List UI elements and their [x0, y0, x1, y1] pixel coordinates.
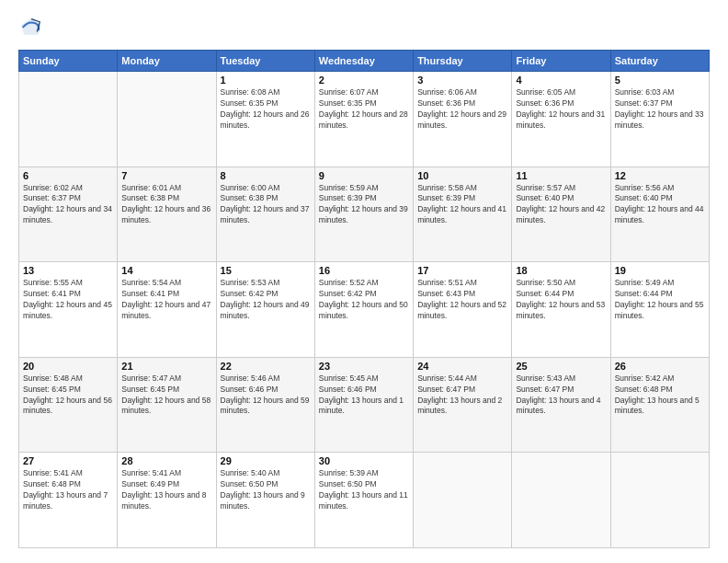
day-info: Sunrise: 6:08 AM Sunset: 6:35 PM Dayligh… [221, 87, 311, 132]
calendar-cell: 4Sunrise: 6:05 AM Sunset: 6:36 PM Daylig… [512, 72, 610, 167]
calendar-cell: 11Sunrise: 5:57 AM Sunset: 6:40 PM Dayli… [512, 167, 610, 262]
calendar-cell: 3Sunrise: 6:06 AM Sunset: 6:36 PM Daylig… [414, 72, 512, 167]
day-info: Sunrise: 5:50 AM Sunset: 6:44 PM Dayligh… [516, 278, 606, 322]
day-info: Sunrise: 5:43 AM Sunset: 6:47 PM Dayligh… [516, 373, 606, 418]
calendar-cell: 2Sunrise: 6:07 AM Sunset: 6:35 PM Daylig… [314, 72, 413, 167]
day-info: Sunrise: 5:52 AM Sunset: 6:42 PM Dayligh… [319, 278, 409, 322]
day-number: 29 [221, 455, 311, 466]
calendar-cell: 22Sunrise: 5:46 AM Sunset: 6:46 PM Dayli… [216, 357, 314, 453]
day-info: Sunrise: 5:39 AM Sunset: 6:50 PM Dayligh… [319, 468, 409, 512]
calendar-cell [19, 72, 118, 167]
day-info: Sunrise: 5:58 AM Sunset: 6:39 PM Dayligh… [417, 183, 507, 227]
day-number: 3 [417, 75, 507, 86]
page: SundayMondayTuesdayWednesdayThursdayFrid… [0, 0, 728, 563]
day-number: 16 [319, 265, 409, 276]
day-info: Sunrise: 5:54 AM Sunset: 6:41 PM Dayligh… [121, 278, 211, 322]
day-info: Sunrise: 6:00 AM Sunset: 6:38 PM Dayligh… [221, 183, 311, 227]
day-number: 2 [319, 75, 409, 86]
day-number: 14 [121, 265, 211, 276]
day-number: 27 [23, 455, 113, 466]
calendar-cell: 7Sunrise: 6:01 AM Sunset: 6:38 PM Daylig… [118, 167, 216, 262]
day-info: Sunrise: 5:55 AM Sunset: 6:41 PM Dayligh… [23, 278, 113, 322]
day-info: Sunrise: 5:41 AM Sunset: 6:48 PM Dayligh… [23, 468, 113, 512]
calendar-cell: 14Sunrise: 5:54 AM Sunset: 6:41 PM Dayli… [118, 262, 216, 358]
day-number: 9 [319, 170, 409, 181]
calendar-cell: 23Sunrise: 5:45 AM Sunset: 6:46 PM Dayli… [314, 357, 413, 453]
day-number: 21 [121, 361, 211, 372]
calendar-week-row: 27Sunrise: 5:41 AM Sunset: 6:48 PM Dayli… [19, 453, 710, 548]
weekday-header: Friday [512, 51, 610, 72]
day-number: 24 [417, 361, 507, 372]
day-info: Sunrise: 5:49 AM Sunset: 6:44 PM Dayligh… [615, 278, 705, 322]
day-number: 28 [121, 455, 211, 466]
day-number: 7 [121, 170, 211, 181]
day-number: 23 [319, 361, 409, 372]
weekday-header: Saturday [610, 51, 709, 72]
calendar-cell: 24Sunrise: 5:44 AM Sunset: 6:47 PM Dayli… [414, 357, 512, 453]
calendar-table: SundayMondayTuesdayWednesdayThursdayFrid… [18, 50, 710, 548]
calendar-header-row: SundayMondayTuesdayWednesdayThursdayFrid… [19, 51, 710, 72]
calendar-cell: 26Sunrise: 5:42 AM Sunset: 6:48 PM Dayli… [610, 357, 709, 453]
day-number: 1 [221, 75, 311, 86]
calendar-cell: 29Sunrise: 5:40 AM Sunset: 6:50 PM Dayli… [216, 453, 314, 548]
calendar-cell: 25Sunrise: 5:43 AM Sunset: 6:47 PM Dayli… [512, 357, 610, 453]
day-info: Sunrise: 6:07 AM Sunset: 6:35 PM Dayligh… [319, 87, 409, 132]
calendar-cell: 30Sunrise: 5:39 AM Sunset: 6:50 PM Dayli… [314, 453, 413, 548]
day-info: Sunrise: 6:03 AM Sunset: 6:37 PM Dayligh… [615, 87, 705, 132]
calendar-cell: 12Sunrise: 5:56 AM Sunset: 6:40 PM Dayli… [610, 167, 709, 262]
day-info: Sunrise: 5:57 AM Sunset: 6:40 PM Dayligh… [516, 183, 606, 227]
calendar-cell [414, 453, 512, 548]
day-number: 11 [516, 170, 606, 181]
day-number: 13 [23, 265, 113, 276]
day-number: 10 [417, 170, 507, 181]
day-number: 4 [516, 75, 606, 86]
logo-icon [18, 15, 44, 40]
calendar-cell [118, 72, 216, 167]
day-info: Sunrise: 6:06 AM Sunset: 6:36 PM Dayligh… [417, 87, 507, 132]
day-info: Sunrise: 6:01 AM Sunset: 6:38 PM Dayligh… [121, 183, 211, 227]
header [18, 15, 710, 40]
day-info: Sunrise: 6:02 AM Sunset: 6:37 PM Dayligh… [23, 183, 113, 227]
day-info: Sunrise: 5:41 AM Sunset: 6:49 PM Dayligh… [121, 468, 211, 512]
day-info: Sunrise: 5:46 AM Sunset: 6:46 PM Dayligh… [221, 373, 311, 418]
weekday-header: Sunday [19, 51, 118, 72]
weekday-header: Thursday [414, 51, 512, 72]
calendar-cell: 17Sunrise: 5:51 AM Sunset: 6:43 PM Dayli… [414, 262, 512, 358]
day-info: Sunrise: 5:53 AM Sunset: 6:42 PM Dayligh… [221, 278, 311, 322]
weekday-header: Wednesday [314, 51, 413, 72]
day-number: 19 [615, 265, 705, 276]
day-number: 8 [221, 170, 311, 181]
day-info: Sunrise: 5:48 AM Sunset: 6:45 PM Dayligh… [23, 373, 113, 418]
calendar-cell: 13Sunrise: 5:55 AM Sunset: 6:41 PM Dayli… [19, 262, 118, 358]
calendar-week-row: 6Sunrise: 6:02 AM Sunset: 6:37 PM Daylig… [19, 167, 710, 262]
calendar-cell: 18Sunrise: 5:50 AM Sunset: 6:44 PM Dayli… [512, 262, 610, 358]
weekday-header: Monday [118, 51, 216, 72]
day-info: Sunrise: 5:56 AM Sunset: 6:40 PM Dayligh… [615, 183, 705, 227]
calendar-cell: 8Sunrise: 6:00 AM Sunset: 6:38 PM Daylig… [216, 167, 314, 262]
day-info: Sunrise: 6:05 AM Sunset: 6:36 PM Dayligh… [516, 87, 606, 132]
calendar-week-row: 20Sunrise: 5:48 AM Sunset: 6:45 PM Dayli… [19, 357, 710, 453]
calendar-cell: 9Sunrise: 5:59 AM Sunset: 6:39 PM Daylig… [314, 167, 413, 262]
calendar-week-row: 1Sunrise: 6:08 AM Sunset: 6:35 PM Daylig… [19, 72, 710, 167]
day-number: 17 [417, 265, 507, 276]
day-number: 12 [615, 170, 705, 181]
day-number: 25 [516, 361, 606, 372]
day-info: Sunrise: 5:44 AM Sunset: 6:47 PM Dayligh… [417, 373, 507, 418]
day-number: 26 [615, 361, 705, 372]
calendar-cell: 5Sunrise: 6:03 AM Sunset: 6:37 PM Daylig… [610, 72, 709, 167]
calendar-cell: 16Sunrise: 5:52 AM Sunset: 6:42 PM Dayli… [314, 262, 413, 358]
calendar-cell: 27Sunrise: 5:41 AM Sunset: 6:48 PM Dayli… [19, 453, 118, 548]
calendar-cell: 20Sunrise: 5:48 AM Sunset: 6:45 PM Dayli… [19, 357, 118, 453]
calendar-cell [610, 453, 709, 548]
calendar-cell: 19Sunrise: 5:49 AM Sunset: 6:44 PM Dayli… [610, 262, 709, 358]
logo [18, 15, 48, 40]
day-number: 6 [23, 170, 113, 181]
day-info: Sunrise: 5:40 AM Sunset: 6:50 PM Dayligh… [221, 468, 311, 512]
calendar-cell: 28Sunrise: 5:41 AM Sunset: 6:49 PM Dayli… [118, 453, 216, 548]
calendar-cell: 21Sunrise: 5:47 AM Sunset: 6:45 PM Dayli… [118, 357, 216, 453]
day-info: Sunrise: 5:42 AM Sunset: 6:48 PM Dayligh… [615, 373, 705, 418]
day-info: Sunrise: 5:51 AM Sunset: 6:43 PM Dayligh… [417, 278, 507, 322]
calendar-week-row: 13Sunrise: 5:55 AM Sunset: 6:41 PM Dayli… [19, 262, 710, 358]
calendar-cell [512, 453, 610, 548]
day-info: Sunrise: 5:45 AM Sunset: 6:46 PM Dayligh… [319, 373, 409, 418]
